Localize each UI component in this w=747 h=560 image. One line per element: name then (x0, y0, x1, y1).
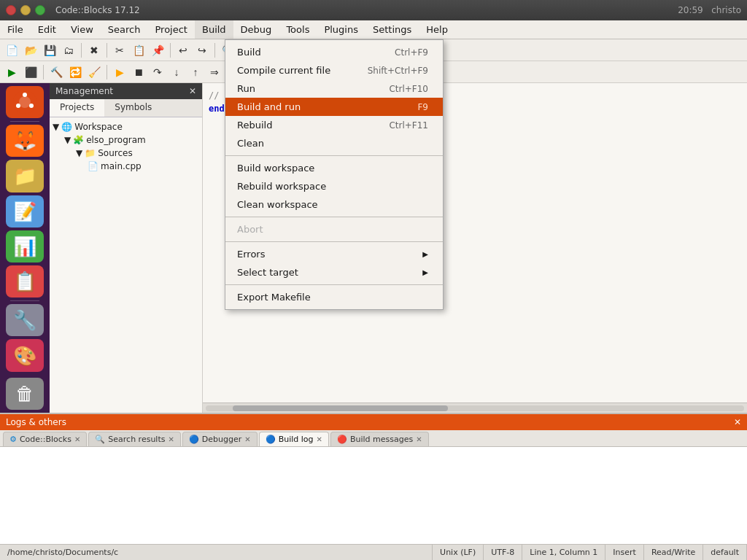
menu-build[interactable]: Build (195, 20, 233, 39)
editor-horizontal-scrollbar[interactable] (203, 402, 747, 413)
close-window-button[interactable] (6, 5, 16, 15)
svg-point-1 (19, 96, 31, 108)
cut-button[interactable]: ✂ (111, 42, 128, 59)
menu-build-compile[interactable]: Compile current file Shift+Ctrl+F9 (225, 61, 443, 79)
new-button[interactable]: 📄 (3, 42, 20, 59)
save-button[interactable]: 💾 (41, 42, 58, 59)
menu-build-workspace[interactable]: Build workspace (225, 159, 443, 177)
status-profile: default (703, 545, 747, 560)
debug-stop-button[interactable]: ⏹ (130, 63, 147, 81)
btab-buildlog-close[interactable]: ✕ (317, 435, 322, 443)
run-button[interactable]: ▶ (3, 63, 20, 81)
tab-projects[interactable]: Projects (50, 99, 104, 117)
sidebar-icon-tools[interactable]: 🔧 (6, 304, 44, 336)
menu-build-build[interactable]: Build Ctrl+F9 (225, 43, 443, 61)
clean-button[interactable]: 🧹 (85, 63, 103, 81)
sidebar-icon-color[interactable]: 🎨 (6, 339, 44, 371)
menu-build-run[interactable]: Run Ctrl+F10 (225, 79, 443, 98)
btab-buildmsg-close[interactable]: ✕ (416, 435, 422, 443)
tree-item-project[interactable]: ▼ 🧩 elso_program (50, 133, 202, 147)
window-controls[interactable] (6, 5, 45, 15)
tree-item-sources[interactable]: ▼ 📁 Sources (50, 147, 202, 160)
btab-codeblocks[interactable]: ⚙ Code::Blocks ✕ (3, 432, 87, 446)
management-panel: Management ✕ Projects Symbols ▼ 🌐 Worksp… (50, 83, 203, 413)
maximize-window-button[interactable] (35, 5, 45, 15)
minimize-window-button[interactable] (20, 5, 31, 15)
tree-item-workspace[interactable]: ▼ 🌐 Workspace (50, 120, 202, 133)
menu-rebuild-workspace[interactable]: Rebuild workspace (225, 177, 443, 195)
menu-select-target[interactable]: Select target ▶ (225, 263, 443, 281)
tree-item-maincpp[interactable]: 📄 main.cpp (50, 160, 202, 173)
undo-button[interactable]: ↩ (174, 42, 192, 59)
rebuild-label: Rebuild (237, 120, 272, 131)
menu-export-makefile[interactable]: Export Makefile (225, 288, 443, 306)
rebuild-shortcut: Ctrl+F11 (389, 120, 428, 131)
copy-button[interactable]: 📋 (130, 42, 147, 59)
management-close-button[interactable]: ✕ (189, 86, 196, 96)
btab-search-close[interactable]: ✕ (168, 435, 174, 443)
rebuild-button[interactable]: 🔁 (66, 63, 84, 81)
sidebar-icon-firefox[interactable]: 🦊 (6, 125, 44, 157)
redo-button[interactable]: ↪ (193, 42, 211, 59)
sidebar-icon-calc[interactable]: 📊 (6, 230, 44, 262)
menubar: File Edit View Search Project Build Debu… (0, 20, 747, 39)
step-next-button[interactable]: ↷ (149, 63, 166, 81)
menu-plugins[interactable]: Plugins (317, 20, 365, 39)
logs-title: Logs & others (6, 417, 66, 427)
sidebar-icon-impress[interactable]: 📋 (6, 265, 44, 298)
debug-run-button[interactable]: ▶ (111, 63, 128, 81)
toolbar-sep3 (170, 43, 171, 58)
save-all-button[interactable]: 🗂 (60, 42, 77, 59)
btab-debugger-close[interactable]: ✕ (244, 435, 250, 443)
btab-search-results[interactable]: 🔍 Search results ✕ (88, 432, 181, 446)
btab-search-icon: 🔍 (95, 435, 105, 444)
step-out-button[interactable]: ↑ (187, 63, 204, 81)
btab-build-messages[interactable]: 🔴 Build messages ✕ (330, 432, 429, 446)
sidebar-icon-ubuntu[interactable] (6, 86, 44, 118)
menu-build-and-run[interactable]: Build and run F9 (225, 98, 443, 116)
btab-codeblocks-close[interactable]: ✕ (74, 435, 80, 443)
toolbar-sep1 (81, 43, 82, 58)
status-encoding: UTF-8 (484, 545, 522, 560)
open-button[interactable]: 📂 (22, 42, 39, 59)
menu-view[interactable]: View (63, 20, 101, 39)
btab-build-log[interactable]: 🔵 Build log ✕ (259, 432, 329, 446)
menu-tools[interactable]: Tools (279, 20, 317, 39)
menu-debug[interactable]: Debug (233, 20, 279, 39)
menu-build-rebuild[interactable]: Rebuild Ctrl+F11 (225, 116, 443, 134)
menu-errors[interactable]: Errors ▶ (225, 245, 443, 263)
menu-file[interactable]: File (0, 20, 31, 39)
sidebar-sep2 (10, 300, 39, 301)
hscroll-thumb[interactable] (233, 405, 448, 411)
hscroll-track[interactable] (206, 405, 744, 411)
menu-project[interactable]: Project (147, 20, 194, 39)
menu-help[interactable]: Help (419, 20, 455, 39)
paste-button[interactable]: 📌 (149, 42, 166, 59)
window-title: Code::Blocks 17.12 (55, 5, 672, 15)
menu-abort: Abort (225, 220, 443, 238)
sidebar-icon-files[interactable]: 📁 (6, 160, 44, 192)
sidebar-icon-trash[interactable]: 🗑 (6, 378, 44, 410)
menu-build-clean[interactable]: Clean (225, 134, 443, 152)
export-makefile-label: Export Makefile (237, 292, 311, 303)
menu-settings[interactable]: Settings (365, 20, 419, 39)
build-button[interactable]: 🔨 (47, 63, 65, 81)
file-icon: 📄 (88, 161, 98, 171)
step-into-button[interactable]: ↓ (168, 63, 185, 81)
menu-sep4 (225, 284, 443, 285)
svg-point-3 (29, 104, 34, 108)
menu-search[interactable]: Search (101, 20, 148, 39)
close-button[interactable]: ✖ (85, 42, 103, 59)
menu-clean-workspace[interactable]: Clean workspace (225, 195, 443, 214)
logs-close-button[interactable]: ✕ (734, 417, 741, 427)
file-label: main.cpp (101, 161, 142, 171)
menu-edit[interactable]: Edit (31, 20, 63, 39)
project-collapse-icon: ▼ (64, 135, 71, 145)
btab-debugger[interactable]: 🔵 Debugger ✕ (182, 432, 258, 446)
btab-codeblocks-icon: ⚙ (9, 435, 17, 444)
stop-button[interactable]: ⬛ (22, 63, 39, 81)
btab-debugger-icon: 🔵 (189, 435, 199, 444)
sidebar-icon-text-editor[interactable]: 📝 (6, 195, 44, 228)
next-inst-button[interactable]: ⇒ (206, 63, 223, 81)
tab-symbols[interactable]: Symbols (104, 99, 162, 117)
